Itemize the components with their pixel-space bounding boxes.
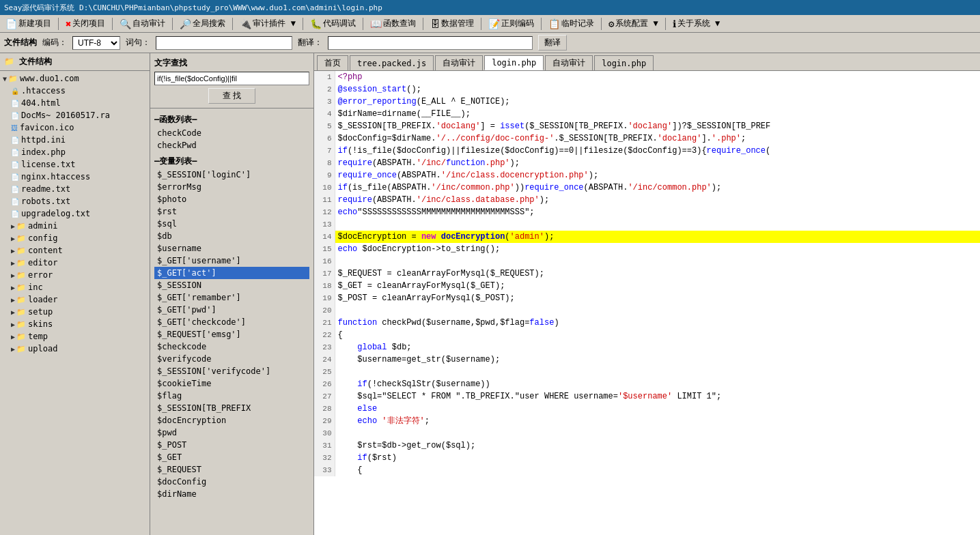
tree-item-nginx[interactable]: 📄 nginx.htaccess: [0, 171, 150, 183]
tree-item-skins[interactable]: ▶ 📁 skins: [0, 318, 150, 330]
var-checkcode[interactable]: $checkcode: [154, 341, 309, 353]
tree-item-config[interactable]: ▶ 📁 config: [0, 232, 150, 244]
menu-close-project[interactable]: ✖ 关闭项目: [63, 16, 108, 31]
line-code[interactable]: echo"SSSSSSSSSSSSMMMMMMMMMMMMMMMMMMSSS";: [335, 206, 980, 218]
var-request-emsg[interactable]: $_REQUEST['emsg']: [154, 328, 309, 341]
var-get-checkcode[interactable]: $_GET['checkcode']: [154, 316, 309, 328]
tree-item-editor[interactable]: ▶ 📁 editor: [0, 257, 150, 269]
tree-item-httpd[interactable]: 📄 httpd.ini: [0, 134, 150, 146]
var-photo[interactable]: $photo: [154, 193, 309, 205]
tree-item-setup[interactable]: ▶ 📁 setup: [0, 306, 150, 318]
line-code[interactable]: function checkPwd($username,$pwd,$flag=f…: [335, 317, 980, 329]
tree-item-upload[interactable]: ▶ 📁 upload: [0, 343, 150, 355]
func-checkpwd[interactable]: checkPwd: [154, 139, 309, 151]
line-code[interactable]: <?php: [335, 71, 980, 83]
var-post[interactable]: $_POST: [154, 439, 309, 451]
menu-regex[interactable]: 📝 正则编码: [486, 16, 537, 31]
line-code[interactable]: [335, 427, 980, 439]
line-code[interactable]: [335, 218, 980, 231]
var-session-verifycode[interactable]: $_SESSION['verifycode']: [154, 365, 309, 377]
var-errormsg[interactable]: $errorMsg: [154, 181, 309, 193]
var-get-remamber[interactable]: $_GET['remamber']: [154, 291, 309, 304]
var-session-loginc[interactable]: $_SESSION['loginC']: [154, 169, 309, 181]
tab-home[interactable]: 首页: [317, 55, 348, 70]
menu-sys-config[interactable]: ⚙ 系统配置 ▼: [606, 16, 661, 31]
line-code[interactable]: $docEncryption = new docEncryption('admi…: [335, 231, 980, 243]
tree-item-robots[interactable]: 📄 robots.txt: [0, 195, 150, 207]
search-input[interactable]: [154, 72, 309, 85]
var-rst[interactable]: $rst: [154, 205, 309, 218]
menu-global-search[interactable]: 🔎 全局搜索: [177, 16, 228, 31]
line-code[interactable]: else: [335, 403, 980, 415]
line-code[interactable]: {: [335, 329, 980, 341]
var-flag[interactable]: $flag: [154, 390, 309, 402]
var-request[interactable]: $_REQUEST: [154, 463, 309, 476]
line-code[interactable]: $_POST = cleanArrayForMysql($_POST);: [335, 292, 980, 304]
line-code[interactable]: echo '非法字符';: [335, 415, 980, 427]
line-code[interactable]: @session_start();: [335, 83, 980, 96]
tab-login-php[interactable]: login.php: [484, 55, 544, 70]
line-code[interactable]: require(ABSPATH.'/inc/class.database.php…: [335, 194, 980, 206]
var-get-pwd[interactable]: $_GET['pwd']: [154, 304, 309, 316]
line-code[interactable]: $_GET = cleanArrayForMysql($_GET);: [335, 280, 980, 292]
var-dirname[interactable]: $dirName: [154, 488, 309, 500]
menu-temp-record[interactable]: 📋 临时记录: [546, 16, 597, 31]
tab-tree-packed[interactable]: tree.packed.js: [350, 55, 434, 70]
tree-item-404[interactable]: 📄 404.html: [0, 97, 150, 109]
line-code[interactable]: $sql="SELECT * FROM ".TB_PREFIX."user WH…: [335, 390, 980, 403]
translate-button[interactable]: 翻译: [538, 35, 567, 50]
var-username[interactable]: $username: [154, 242, 309, 255]
file-tree-content[interactable]: ▼ 📁 www.duo1.com 🔒 .htaccess 📄 404.html …: [0, 71, 150, 535]
func-checkcode[interactable]: checkCode: [154, 127, 309, 139]
line-code[interactable]: require_once(ABSPATH.'/inc/class.docencr…: [335, 169, 980, 182]
tree-item-inc[interactable]: ▶ 📁 inc: [0, 281, 150, 293]
search-button[interactable]: 查 找: [208, 88, 255, 104]
var-verifycode[interactable]: $verifycode: [154, 353, 309, 365]
var-session[interactable]: $_SESSION: [154, 279, 309, 291]
line-code[interactable]: [335, 304, 980, 317]
line-code[interactable]: {: [335, 464, 980, 476]
line-code[interactable]: [335, 366, 980, 378]
line-code[interactable]: global $db;: [335, 341, 980, 353]
tree-item-loader[interactable]: ▶ 📁 loader: [0, 293, 150, 306]
menu-debug[interactable]: 🐛 代码调试: [307, 16, 359, 31]
tab-auto-audit-2[interactable]: 自动审计: [545, 55, 593, 70]
line-code[interactable]: @error_reporting(E_ALL ^ E_NOTICE);: [335, 96, 980, 108]
tab-login-php-2[interactable]: login.php: [594, 55, 654, 70]
tree-root[interactable]: ▼ 📁 www.duo1.com: [0, 72, 150, 85]
translate-input[interactable]: [328, 36, 533, 50]
line-code[interactable]: if(!is_file($docConfig)||filesize($docCo…: [335, 145, 980, 157]
code-editor[interactable]: 1<?php2@session_start();3@error_reportin…: [314, 71, 980, 535]
menu-audit-plugin[interactable]: 🔌 审计插件 ▼: [237, 16, 298, 31]
menu-about[interactable]: ℹ 关于系统 ▼: [670, 16, 723, 31]
var-sql[interactable]: $sql: [154, 218, 309, 230]
line-code[interactable]: if(!checkSqlStr($username)): [335, 378, 980, 390]
line-code[interactable]: $docConfig=$dirName.'/../config/doc-conf…: [335, 132, 980, 145]
line-code[interactable]: echo $docEncryption->to_string();: [335, 243, 980, 255]
var-cookietime[interactable]: $cookieTime: [154, 377, 309, 390]
encoding-select[interactable]: UTF-8 GBK: [72, 36, 120, 50]
var-pwd[interactable]: $pwd: [154, 426, 309, 439]
line-code[interactable]: $dirName=dirname(__FILE__);: [335, 108, 980, 120]
menu-auto-audit[interactable]: 🔍 自动审计: [117, 16, 168, 31]
var-session-tbprefix[interactable]: $_SESSION[TB_PREFIX: [154, 402, 309, 414]
line-code[interactable]: $_REQUEST = cleanArrayForMysql($_REQUEST…: [335, 268, 980, 280]
var-get-username[interactable]: $_GET['username']: [154, 255, 309, 267]
line-code[interactable]: if($rst): [335, 452, 980, 464]
line-code[interactable]: if(is_file(ABSPATH.'/inc/common.php'))re…: [335, 182, 980, 194]
tree-item-readme[interactable]: 📄 readme.txt: [0, 183, 150, 195]
line-code[interactable]: require(ABSPATH.'/inc/function.php');: [335, 157, 980, 169]
var-docconfig[interactable]: $docConfig: [154, 476, 309, 488]
line-code[interactable]: [335, 255, 980, 268]
var-docencryption[interactable]: $docEncryption: [154, 414, 309, 426]
line-code[interactable]: $rst=$db->get_row($sql);: [335, 439, 980, 452]
var-db[interactable]: $db: [154, 230, 309, 242]
tree-item-temp[interactable]: ▶ 📁 temp: [0, 330, 150, 343]
tree-item-index[interactable]: 📄 index.php: [0, 146, 150, 158]
tab-auto-audit-1[interactable]: 自动审计: [435, 55, 483, 70]
tree-item-license[interactable]: 📄 license.txt: [0, 158, 150, 171]
var-get[interactable]: $_GET: [154, 451, 309, 463]
tree-item-favicon[interactable]: 🖼 favicon.ico: [0, 121, 150, 134]
tree-item-content[interactable]: ▶ 📁 content: [0, 244, 150, 257]
tree-item-upgradelog[interactable]: 📄 upgradelog.txt: [0, 207, 150, 220]
